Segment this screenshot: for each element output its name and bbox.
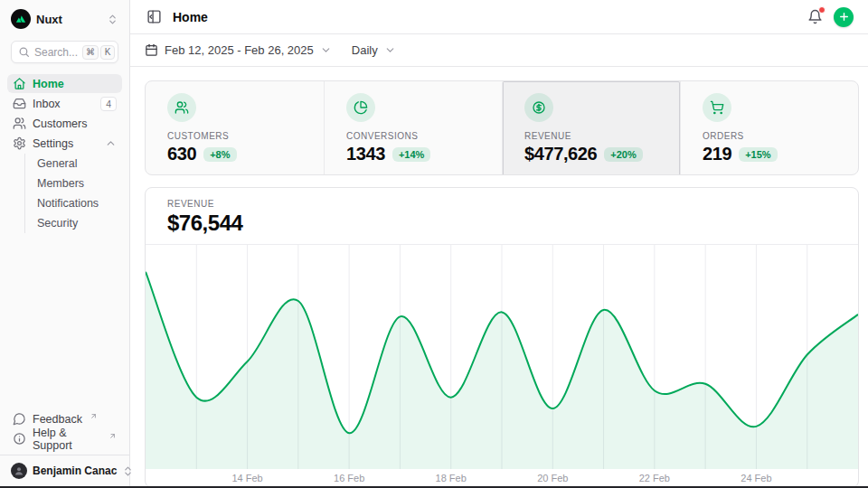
dashboard-content: CUSTOMERS 630 +8% CONVERSIONS 1343 +14% bbox=[130, 67, 868, 488]
chart-metric-value: $76,544 bbox=[167, 211, 836, 236]
stat-label: REVENUE bbox=[524, 131, 658, 141]
calendar-icon bbox=[145, 43, 158, 57]
stat-value: 219 bbox=[703, 144, 731, 164]
filter-toolbar: Feb 12, 2025 - Feb 26, 2025 Daily bbox=[130, 34, 868, 67]
date-range-picker[interactable]: Feb 12, 2025 - Feb 26, 2025 bbox=[145, 43, 332, 57]
kbd-k: K bbox=[100, 45, 115, 60]
users-icon bbox=[167, 93, 196, 122]
stat-label: CUSTOMERS bbox=[167, 131, 302, 141]
workspace-selector[interactable]: Nuxt bbox=[0, 0, 129, 29]
period-value: Daily bbox=[352, 43, 378, 57]
plus-icon bbox=[838, 11, 850, 23]
stat-delta-badge: +14% bbox=[392, 147, 430, 162]
panel-left-close-icon bbox=[146, 9, 162, 24]
sidebar-item-home[interactable]: Home bbox=[7, 74, 122, 93]
x-tick-label: 14 Feb bbox=[231, 473, 262, 483]
x-tick-label: 24 Feb bbox=[741, 473, 771, 483]
nav-label-home: Home bbox=[33, 78, 64, 90]
app-window: Nuxt Search... ⌘ K Home bbox=[0, 0, 868, 488]
nav-label-inbox: Inbox bbox=[33, 98, 61, 110]
kbd-cmd: ⌘ bbox=[82, 45, 99, 60]
stat-card-orders[interactable]: ORDERS 219 +15% bbox=[680, 81, 858, 175]
cart-icon bbox=[703, 93, 731, 122]
user-avatar bbox=[11, 463, 27, 479]
sidebar-footer: Feedback Help & Support Benjamin bbox=[0, 409, 129, 488]
nav-label-help-support: Help & Support bbox=[33, 427, 101, 452]
inbox-count-badge: 4 bbox=[100, 97, 117, 111]
stat-delta-badge: +20% bbox=[604, 147, 642, 162]
x-tick-label: 16 Feb bbox=[334, 473, 364, 483]
home-icon bbox=[13, 77, 26, 90]
revenue-chart-svg bbox=[146, 245, 858, 469]
search-input[interactable]: Search... ⌘ K bbox=[11, 41, 118, 63]
sub-label-security: Security bbox=[37, 217, 78, 230]
page-title: Home bbox=[173, 10, 208, 24]
chart-header: REVENUE $76,544 bbox=[146, 188, 858, 245]
nav-label-feedback: Feedback bbox=[33, 413, 82, 426]
nav-label-customers: Customers bbox=[33, 117, 87, 130]
gear-icon bbox=[13, 136, 26, 150]
nuxt-logo-icon bbox=[11, 9, 31, 29]
sidebar-item-settings[interactable]: Settings bbox=[7, 134, 122, 153]
sidebar-collapse-button[interactable] bbox=[145, 7, 164, 26]
stat-card-revenue[interactable]: REVENUE $477,626 +20% bbox=[502, 81, 680, 175]
sidebar-item-inbox[interactable]: Inbox 4 bbox=[7, 94, 122, 113]
workspace-name: Nuxt bbox=[36, 13, 101, 26]
stat-label: CONVERSIONS bbox=[346, 131, 480, 141]
sub-label-general: General bbox=[37, 157, 77, 170]
chevron-up-icon bbox=[105, 137, 117, 149]
stat-label: ORDERS bbox=[703, 131, 836, 141]
revenue-area-chart[interactable] bbox=[146, 245, 858, 469]
stats-row: CUSTOMERS 630 +8% CONVERSIONS 1343 +14% bbox=[145, 80, 859, 175]
message-circle-icon bbox=[13, 412, 26, 426]
stat-value: $477,626 bbox=[524, 144, 597, 164]
period-select[interactable]: Daily bbox=[352, 43, 396, 57]
search-shortcut: ⌘ K bbox=[82, 45, 115, 60]
revenue-chart-panel: REVENUE $76,544 14 Feb16 Feb18 Feb20 Feb… bbox=[145, 187, 859, 488]
settings-subtree: General Members Notifications Security bbox=[24, 154, 122, 233]
users-icon bbox=[13, 117, 26, 130]
sidebar-item-security[interactable]: Security bbox=[25, 213, 122, 233]
main-area: Home Feb 12, 2025 - Feb 26, 2025 bbox=[130, 0, 868, 488]
sidebar-item-general[interactable]: General bbox=[25, 154, 122, 174]
sub-label-members: Members bbox=[37, 177, 84, 190]
x-tick-label: 22 Feb bbox=[639, 473, 670, 483]
chart-x-axis: 14 Feb16 Feb18 Feb20 Feb22 Feb24 Feb bbox=[146, 469, 858, 487]
chart-pie-icon bbox=[346, 93, 375, 122]
chevron-down-icon bbox=[320, 44, 332, 56]
sub-label-notifications: Notifications bbox=[37, 197, 99, 210]
stat-card-conversions[interactable]: CONVERSIONS 1343 +14% bbox=[324, 81, 502, 175]
dollar-circle-icon bbox=[524, 93, 553, 122]
arrow-up-right-icon bbox=[108, 432, 117, 440]
stat-delta-badge: +15% bbox=[739, 147, 777, 162]
stat-delta-badge: +8% bbox=[203, 147, 236, 162]
sidebar-item-notifications[interactable]: Notifications bbox=[25, 193, 122, 213]
sidebar-item-members[interactable]: Members bbox=[25, 174, 122, 193]
stat-value: 630 bbox=[167, 144, 196, 164]
user-name: Benjamin Canac bbox=[33, 465, 117, 477]
inbox-icon bbox=[13, 97, 26, 110]
info-icon bbox=[13, 432, 26, 446]
sidebar: Nuxt Search... ⌘ K Home bbox=[0, 0, 130, 488]
add-button[interactable] bbox=[834, 7, 854, 27]
search-icon bbox=[18, 46, 30, 58]
x-tick-label: 18 Feb bbox=[436, 473, 467, 483]
chart-metric-label: REVENUE bbox=[167, 199, 836, 209]
sidebar-item-customers[interactable]: Customers bbox=[7, 114, 122, 133]
stat-card-customers[interactable]: CUSTOMERS 630 +8% bbox=[146, 81, 324, 175]
search-placeholder: Search... bbox=[34, 46, 78, 59]
nav-label-settings: Settings bbox=[33, 137, 73, 150]
sidebar-nav: Home Inbox 4 Customers Settings bbox=[0, 74, 129, 233]
x-tick-label: 20 Feb bbox=[537, 473, 568, 483]
chevrons-up-down-icon bbox=[107, 14, 118, 25]
chevron-down-icon bbox=[384, 44, 396, 56]
user-menu[interactable]: Benjamin Canac bbox=[7, 455, 122, 488]
stat-value: 1343 bbox=[346, 144, 385, 164]
date-range-value: Feb 12, 2025 - Feb 26, 2025 bbox=[165, 43, 314, 57]
page-header: Home bbox=[130, 0, 868, 34]
sidebar-spacer bbox=[0, 233, 129, 409]
arrow-up-right-icon bbox=[90, 412, 98, 420]
sidebar-item-help-support[interactable]: Help & Support bbox=[7, 429, 122, 448]
notifications-button[interactable] bbox=[806, 7, 825, 26]
notification-dot bbox=[818, 6, 826, 14]
